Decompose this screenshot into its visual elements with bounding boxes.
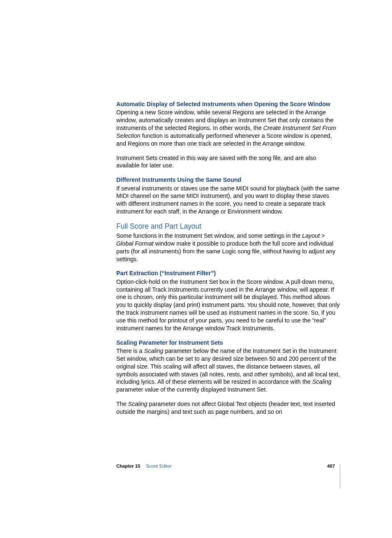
subhead-auto-display: Automatic Display of Selected Instrument…: [116, 100, 340, 108]
subhead-scaling: Scaling Parameter for Instrument Sets: [116, 339, 340, 347]
text-run: There is a: [116, 348, 144, 354]
paragraph: Opening a new Score window, while severa…: [116, 109, 340, 147]
page-footer: Chapter 15 Score Editor 407: [116, 464, 340, 489]
text-italic: Scaling: [312, 378, 332, 385]
document-page: Automatic Display of Selected Instrument…: [0, 0, 392, 538]
text-italic: Scaling: [144, 348, 164, 354]
text-italic: Scaling: [128, 401, 148, 407]
paragraph: Option-click-hold on the Instrument Set …: [116, 278, 340, 332]
subhead-diff-instruments: Different Instruments Using the Same Sou…: [116, 176, 340, 184]
paragraph: The Scaling parameter does not affect Gl…: [116, 400, 340, 416]
chapter-title: Score Editor: [146, 464, 171, 468]
paragraph: If several instruments or staves use the…: [116, 185, 340, 216]
text-run: Some functions in the Instrument Set win…: [116, 232, 302, 239]
paragraph: Some functions in the Instrument Set win…: [116, 232, 340, 263]
text-run: parameter does not affect Global Text ob…: [116, 401, 335, 415]
paragraph: There is a Scaling parameter below the n…: [116, 347, 340, 394]
section-title-full-score: Full Score and Part Layout: [116, 222, 340, 231]
text-run: function is automatically performed when…: [116, 132, 332, 147]
paragraph: Instrument Sets created in this way are …: [116, 154, 340, 170]
page-number: 407: [327, 464, 335, 468]
subhead-part-extraction: Part Extraction (“Instrument Filter”): [116, 269, 340, 277]
footer-row: Chapter 15 Score Editor 407: [116, 464, 335, 468]
text-run: The: [116, 401, 128, 407]
footer-left: Chapter 15 Score Editor: [116, 464, 172, 468]
chapter-label: Chapter 15: [116, 464, 140, 468]
text-run: parameter value of the currently display…: [116, 386, 267, 393]
